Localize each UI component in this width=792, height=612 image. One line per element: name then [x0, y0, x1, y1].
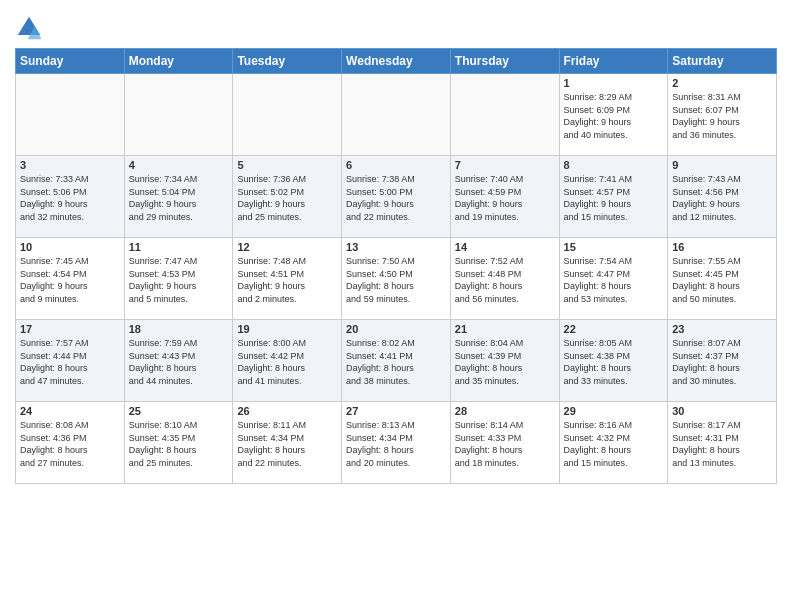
- day-info: Sunrise: 7:34 AM Sunset: 5:04 PM Dayligh…: [129, 173, 229, 223]
- logo: [15, 14, 45, 42]
- col-header-wednesday: Wednesday: [342, 49, 451, 74]
- page: SundayMondayTuesdayWednesdayThursdayFrid…: [0, 0, 792, 612]
- day-number: 4: [129, 159, 229, 171]
- calendar-cell: 18Sunrise: 7:59 AM Sunset: 4:43 PM Dayli…: [124, 320, 233, 402]
- day-info: Sunrise: 8:14 AM Sunset: 4:33 PM Dayligh…: [455, 419, 555, 469]
- header-row: SundayMondayTuesdayWednesdayThursdayFrid…: [16, 49, 777, 74]
- header: [15, 10, 777, 42]
- day-info: Sunrise: 8:11 AM Sunset: 4:34 PM Dayligh…: [237, 419, 337, 469]
- calendar-cell: 25Sunrise: 8:10 AM Sunset: 4:35 PM Dayli…: [124, 402, 233, 484]
- day-info: Sunrise: 7:47 AM Sunset: 4:53 PM Dayligh…: [129, 255, 229, 305]
- day-info: Sunrise: 7:48 AM Sunset: 4:51 PM Dayligh…: [237, 255, 337, 305]
- day-number: 18: [129, 323, 229, 335]
- calendar-cell: 6Sunrise: 7:38 AM Sunset: 5:00 PM Daylig…: [342, 156, 451, 238]
- calendar-cell: 12Sunrise: 7:48 AM Sunset: 4:51 PM Dayli…: [233, 238, 342, 320]
- calendar-cell: 4Sunrise: 7:34 AM Sunset: 5:04 PM Daylig…: [124, 156, 233, 238]
- day-number: 12: [237, 241, 337, 253]
- calendar-cell: 14Sunrise: 7:52 AM Sunset: 4:48 PM Dayli…: [450, 238, 559, 320]
- calendar-cell: 10Sunrise: 7:45 AM Sunset: 4:54 PM Dayli…: [16, 238, 125, 320]
- calendar-cell: [342, 74, 451, 156]
- day-number: 5: [237, 159, 337, 171]
- day-info: Sunrise: 8:17 AM Sunset: 4:31 PM Dayligh…: [672, 419, 772, 469]
- day-number: 30: [672, 405, 772, 417]
- calendar-cell: 19Sunrise: 8:00 AM Sunset: 4:42 PM Dayli…: [233, 320, 342, 402]
- day-info: Sunrise: 8:04 AM Sunset: 4:39 PM Dayligh…: [455, 337, 555, 387]
- calendar-cell: 5Sunrise: 7:36 AM Sunset: 5:02 PM Daylig…: [233, 156, 342, 238]
- day-number: 26: [237, 405, 337, 417]
- day-number: 13: [346, 241, 446, 253]
- calendar-cell: [124, 74, 233, 156]
- day-number: 20: [346, 323, 446, 335]
- day-number: 25: [129, 405, 229, 417]
- day-info: Sunrise: 8:00 AM Sunset: 4:42 PM Dayligh…: [237, 337, 337, 387]
- col-header-sunday: Sunday: [16, 49, 125, 74]
- logo-icon: [15, 14, 43, 42]
- day-number: 6: [346, 159, 446, 171]
- day-info: Sunrise: 8:13 AM Sunset: 4:34 PM Dayligh…: [346, 419, 446, 469]
- day-number: 27: [346, 405, 446, 417]
- calendar-cell: 17Sunrise: 7:57 AM Sunset: 4:44 PM Dayli…: [16, 320, 125, 402]
- calendar-cell: 22Sunrise: 8:05 AM Sunset: 4:38 PM Dayli…: [559, 320, 668, 402]
- day-number: 19: [237, 323, 337, 335]
- day-info: Sunrise: 7:43 AM Sunset: 4:56 PM Dayligh…: [672, 173, 772, 223]
- day-number: 22: [564, 323, 664, 335]
- calendar-cell: [16, 74, 125, 156]
- day-number: 10: [20, 241, 120, 253]
- calendar-cell: 21Sunrise: 8:04 AM Sunset: 4:39 PM Dayli…: [450, 320, 559, 402]
- day-number: 14: [455, 241, 555, 253]
- day-number: 16: [672, 241, 772, 253]
- col-header-saturday: Saturday: [668, 49, 777, 74]
- calendar-cell: 3Sunrise: 7:33 AM Sunset: 5:06 PM Daylig…: [16, 156, 125, 238]
- day-info: Sunrise: 8:02 AM Sunset: 4:41 PM Dayligh…: [346, 337, 446, 387]
- day-info: Sunrise: 8:05 AM Sunset: 4:38 PM Dayligh…: [564, 337, 664, 387]
- day-info: Sunrise: 7:40 AM Sunset: 4:59 PM Dayligh…: [455, 173, 555, 223]
- day-info: Sunrise: 7:36 AM Sunset: 5:02 PM Dayligh…: [237, 173, 337, 223]
- calendar-cell: 13Sunrise: 7:50 AM Sunset: 4:50 PM Dayli…: [342, 238, 451, 320]
- calendar-cell: [450, 74, 559, 156]
- day-info: Sunrise: 7:55 AM Sunset: 4:45 PM Dayligh…: [672, 255, 772, 305]
- week-row-2: 3Sunrise: 7:33 AM Sunset: 5:06 PM Daylig…: [16, 156, 777, 238]
- calendar-cell: 1Sunrise: 8:29 AM Sunset: 6:09 PM Daylig…: [559, 74, 668, 156]
- calendar-cell: 26Sunrise: 8:11 AM Sunset: 4:34 PM Dayli…: [233, 402, 342, 484]
- day-info: Sunrise: 8:07 AM Sunset: 4:37 PM Dayligh…: [672, 337, 772, 387]
- calendar-cell: 27Sunrise: 8:13 AM Sunset: 4:34 PM Dayli…: [342, 402, 451, 484]
- day-number: 9: [672, 159, 772, 171]
- calendar-cell: 24Sunrise: 8:08 AM Sunset: 4:36 PM Dayli…: [16, 402, 125, 484]
- calendar-table: SundayMondayTuesdayWednesdayThursdayFrid…: [15, 48, 777, 484]
- col-header-thursday: Thursday: [450, 49, 559, 74]
- day-info: Sunrise: 8:31 AM Sunset: 6:07 PM Dayligh…: [672, 91, 772, 141]
- day-info: Sunrise: 7:45 AM Sunset: 4:54 PM Dayligh…: [20, 255, 120, 305]
- day-info: Sunrise: 8:10 AM Sunset: 4:35 PM Dayligh…: [129, 419, 229, 469]
- day-number: 23: [672, 323, 772, 335]
- day-info: Sunrise: 8:29 AM Sunset: 6:09 PM Dayligh…: [564, 91, 664, 141]
- week-row-3: 10Sunrise: 7:45 AM Sunset: 4:54 PM Dayli…: [16, 238, 777, 320]
- week-row-4: 17Sunrise: 7:57 AM Sunset: 4:44 PM Dayli…: [16, 320, 777, 402]
- calendar-cell: 11Sunrise: 7:47 AM Sunset: 4:53 PM Dayli…: [124, 238, 233, 320]
- calendar-cell: 30Sunrise: 8:17 AM Sunset: 4:31 PM Dayli…: [668, 402, 777, 484]
- day-number: 28: [455, 405, 555, 417]
- day-number: 7: [455, 159, 555, 171]
- day-info: Sunrise: 7:41 AM Sunset: 4:57 PM Dayligh…: [564, 173, 664, 223]
- day-info: Sunrise: 8:08 AM Sunset: 4:36 PM Dayligh…: [20, 419, 120, 469]
- day-number: 2: [672, 77, 772, 89]
- day-number: 29: [564, 405, 664, 417]
- calendar-cell: 29Sunrise: 8:16 AM Sunset: 4:32 PM Dayli…: [559, 402, 668, 484]
- calendar-cell: 28Sunrise: 8:14 AM Sunset: 4:33 PM Dayli…: [450, 402, 559, 484]
- day-number: 3: [20, 159, 120, 171]
- calendar-cell: 23Sunrise: 8:07 AM Sunset: 4:37 PM Dayli…: [668, 320, 777, 402]
- day-info: Sunrise: 7:59 AM Sunset: 4:43 PM Dayligh…: [129, 337, 229, 387]
- day-number: 15: [564, 241, 664, 253]
- week-row-5: 24Sunrise: 8:08 AM Sunset: 4:36 PM Dayli…: [16, 402, 777, 484]
- day-number: 1: [564, 77, 664, 89]
- col-header-monday: Monday: [124, 49, 233, 74]
- day-number: 21: [455, 323, 555, 335]
- calendar-cell: 7Sunrise: 7:40 AM Sunset: 4:59 PM Daylig…: [450, 156, 559, 238]
- day-info: Sunrise: 7:52 AM Sunset: 4:48 PM Dayligh…: [455, 255, 555, 305]
- day-number: 17: [20, 323, 120, 335]
- day-info: Sunrise: 7:38 AM Sunset: 5:00 PM Dayligh…: [346, 173, 446, 223]
- col-header-friday: Friday: [559, 49, 668, 74]
- calendar-cell: 9Sunrise: 7:43 AM Sunset: 4:56 PM Daylig…: [668, 156, 777, 238]
- calendar-cell: 8Sunrise: 7:41 AM Sunset: 4:57 PM Daylig…: [559, 156, 668, 238]
- calendar-cell: 16Sunrise: 7:55 AM Sunset: 4:45 PM Dayli…: [668, 238, 777, 320]
- day-info: Sunrise: 7:57 AM Sunset: 4:44 PM Dayligh…: [20, 337, 120, 387]
